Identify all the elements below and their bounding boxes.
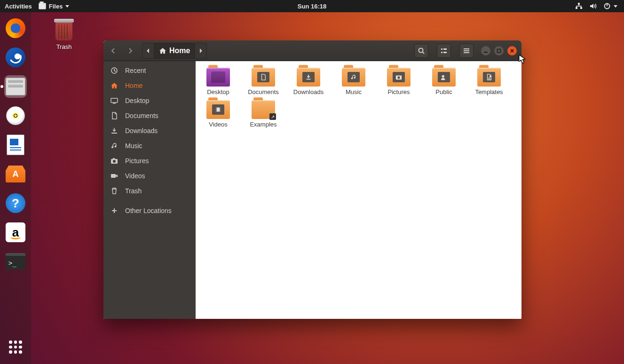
svg-rect-10	[464, 50, 469, 51]
sidebar-item-pictures[interactable]: Pictures	[103, 153, 196, 168]
dock-help[interactable]: ?	[4, 192, 27, 214]
power-menu[interactable]	[603, 2, 617, 10]
folder-icon: ↗	[252, 100, 275, 119]
folder-documents[interactable]: Documents	[245, 68, 281, 95]
folder-label: Videos	[200, 121, 236, 128]
sidebar-item-recent[interactable]: Recent	[103, 63, 196, 78]
apps-grid-icon	[9, 340, 22, 354]
sidebar-item-label: Trash	[125, 187, 142, 195]
pathbar: Home	[142, 43, 207, 59]
svg-rect-2	[580, 7, 582, 9]
folder-icon	[342, 68, 365, 87]
dock-rhythmbox[interactable]	[4, 104, 27, 127]
desktop-trash[interactable]: Trash	[45, 22, 83, 50]
folder-examples[interactable]: ↗Examples	[245, 100, 281, 128]
forward-button[interactable]	[123, 44, 137, 58]
svg-point-4	[419, 48, 423, 52]
sidebar-item-music[interactable]: Music	[103, 138, 196, 153]
dock-software[interactable]	[4, 163, 27, 185]
folder-icon	[252, 68, 275, 87]
svg-rect-21	[307, 79, 311, 80]
svg-rect-27	[216, 108, 217, 112]
folder-label: Downloads	[291, 88, 326, 95]
sidebar-item-label: Music	[125, 142, 142, 150]
close-button[interactable]	[507, 46, 517, 55]
titlebar[interactable]: Home	[103, 40, 521, 61]
activities-button[interactable]: Activities	[5, 3, 32, 10]
files-icon	[6, 78, 25, 95]
desktop-trash-label: Trash	[45, 43, 83, 50]
maximize-button[interactable]	[494, 46, 504, 55]
plus-icon	[110, 207, 118, 214]
network-icon[interactable]	[575, 2, 583, 10]
path-prev[interactable]	[142, 43, 154, 58]
files-icon	[39, 3, 46, 9]
clock-icon	[110, 67, 118, 74]
sidebar-item-label: Other Locations	[125, 207, 172, 214]
dock-show-apps[interactable]	[4, 336, 27, 358]
svg-point-25	[490, 76, 491, 77]
svg-point-18	[113, 160, 116, 163]
mouse-cursor	[519, 55, 526, 64]
folder-desktop[interactable]: Desktop	[200, 68, 236, 95]
path-next[interactable]	[195, 43, 206, 58]
folder-pictures[interactable]: Pictures	[381, 68, 417, 95]
minimize-button[interactable]	[481, 46, 490, 55]
folder-videos[interactable]: Videos	[200, 100, 236, 128]
sidebar: RecentHomeDesktopDocumentsDownloadsMusic…	[103, 61, 196, 319]
dock-terminal[interactable]: >_	[4, 250, 27, 273]
trash-icon	[110, 187, 118, 195]
folder-icon	[477, 68, 501, 87]
folder-music[interactable]: Music	[336, 68, 371, 95]
folder-downloads[interactable]: Downloads	[291, 68, 326, 95]
folder-label: Pictures	[381, 88, 417, 95]
content-area[interactable]: DesktopDocumentsDownloadsMusicPicturesPu…	[196, 61, 521, 319]
path-current[interactable]: Home	[154, 43, 195, 58]
folder-templates[interactable]: Templates	[471, 68, 507, 95]
sidebar-item-label: Downloads	[125, 127, 158, 135]
dock-writer[interactable]	[4, 134, 27, 156]
shortcut-arrow-icon: ↗	[269, 113, 276, 120]
hamburger-menu-button[interactable]	[459, 44, 474, 58]
app-menu-label: Files	[49, 3, 63, 10]
svg-rect-9	[464, 48, 469, 49]
dock-thunderbird[interactable]	[4, 46, 27, 69]
folder-label: Documents	[245, 88, 281, 95]
folder-icon	[297, 68, 320, 87]
list-view-button[interactable]	[437, 44, 451, 58]
dock-files[interactable]	[4, 75, 27, 98]
sidebar-item-other[interactable]: Other Locations	[103, 203, 196, 218]
svg-rect-12	[484, 52, 488, 53]
svg-rect-8	[443, 52, 447, 53]
writer-icon	[7, 135, 24, 155]
svg-rect-0	[578, 3, 580, 5]
sidebar-item-trash[interactable]: Trash	[103, 183, 196, 198]
svg-rect-7	[443, 48, 447, 50]
svg-rect-11	[464, 52, 469, 53]
clock[interactable]: Sun 16:18	[298, 3, 326, 10]
path-current-label: Home	[169, 47, 190, 55]
svg-point-24	[442, 75, 444, 78]
sidebar-item-downloads[interactable]: Downloads	[103, 123, 196, 138]
volume-icon[interactable]	[589, 2, 597, 10]
desktop-icon	[110, 97, 118, 104]
software-icon	[6, 166, 25, 182]
folder-icon	[387, 68, 411, 87]
dock-firefox[interactable]	[4, 17, 27, 40]
svg-rect-15	[111, 98, 118, 103]
music-icon	[110, 142, 118, 150]
chevron-down-icon	[614, 5, 617, 8]
svg-rect-20	[111, 174, 116, 178]
sidebar-item-documents[interactable]: Documents	[103, 108, 196, 123]
app-menu[interactable]: Files	[39, 3, 70, 10]
doc-icon	[110, 112, 118, 119]
svg-point-23	[397, 76, 400, 79]
search-button[interactable]	[414, 44, 428, 58]
folder-public[interactable]: Public	[426, 68, 462, 95]
dock-amazon[interactable]: a	[4, 221, 27, 244]
sidebar-item-home[interactable]: Home	[103, 78, 196, 93]
sidebar-item-videos[interactable]: Videos	[103, 168, 196, 183]
sidebar-item-desktop[interactable]: Desktop	[103, 93, 196, 108]
sidebar-item-label: Home	[125, 82, 142, 89]
back-button[interactable]	[106, 44, 120, 58]
